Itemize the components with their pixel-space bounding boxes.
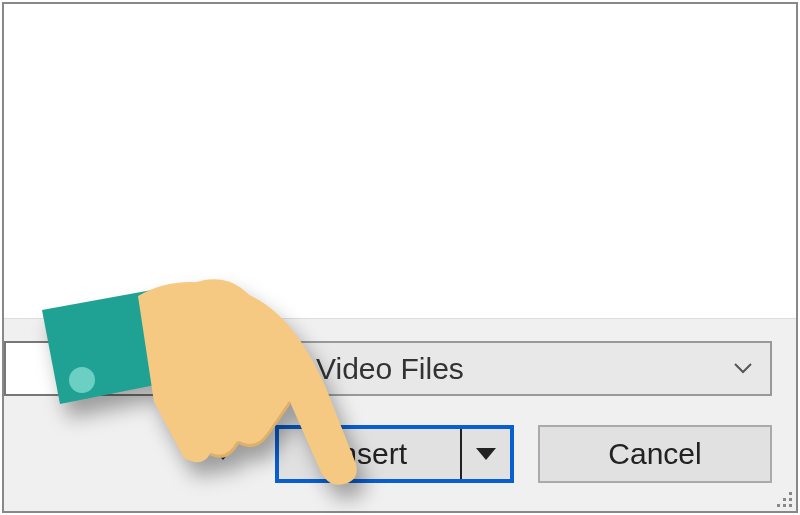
filename-combobox[interactable] <box>4 341 272 396</box>
dialog-footer: Video Files Insert <box>4 318 796 511</box>
caret-down-icon <box>476 448 496 460</box>
caret-down-icon <box>213 448 233 460</box>
file-type-filter-label: Video Files <box>316 352 464 386</box>
insert-button[interactable]: Insert <box>279 429 462 479</box>
insert-split-button[interactable]: Insert <box>275 425 514 483</box>
dialog-window: Video Files Insert <box>2 2 798 513</box>
resize-grip[interactable] <box>774 489 792 507</box>
chevron-down-icon <box>240 363 258 374</box>
svg-marker-1 <box>476 448 496 460</box>
svg-marker-0 <box>213 448 233 460</box>
file-list-area <box>4 4 796 322</box>
cancel-button[interactable]: Cancel <box>538 425 772 483</box>
chevron-down-icon <box>734 363 752 374</box>
insert-dropdown-toggle[interactable] <box>462 429 510 479</box>
tools-dropdown[interactable] <box>161 427 251 482</box>
cancel-button-label: Cancel <box>608 437 701 471</box>
insert-button-label: Insert <box>332 437 407 471</box>
file-type-filter-dropdown[interactable]: Video Files <box>292 341 772 396</box>
